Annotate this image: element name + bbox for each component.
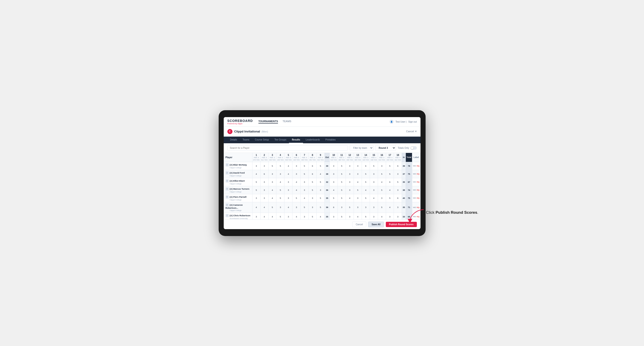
score-h9[interactable]: 4 [316, 213, 324, 219]
score-h8[interactable]: 5 [308, 213, 316, 219]
dq-label[interactable]: DQ [417, 189, 420, 191]
nav-tournaments[interactable]: TOURNAMENTS [258, 120, 278, 124]
score-h15[interactable]: 3 [370, 202, 378, 213]
score-h4[interactable]: 3 [276, 170, 284, 178]
score-h4[interactable]: 5 [276, 162, 284, 170]
score-h9[interactable]: 5 [316, 202, 324, 213]
score-h3[interactable]: 4 [268, 186, 276, 194]
score-h11[interactable]: 5 [338, 186, 346, 194]
score-h2[interactable]: 3 [260, 194, 268, 202]
score-h1[interactable]: 3 [252, 194, 260, 202]
score-h8[interactable]: 3 [308, 202, 316, 213]
score-h7[interactable]: 3 [300, 213, 308, 219]
score-h15[interactable]: 5 [370, 162, 378, 170]
toggle-switch[interactable] [410, 146, 417, 150]
score-h10[interactable]: 3 [330, 170, 338, 178]
score-h17[interactable]: 3 [386, 213, 394, 219]
score-h10[interactable]: 5 [330, 194, 338, 202]
score-h4[interactable]: 5 [276, 213, 284, 219]
score-h12[interactable]: 3 [346, 162, 354, 170]
tab-teams[interactable]: Teams [240, 137, 252, 143]
tab-tee-groups[interactable]: Tee Groups [272, 137, 289, 143]
score-h6[interactable]: 3 [292, 162, 300, 170]
score-h16[interactable]: 5 [378, 170, 386, 178]
wd-label[interactable]: WD [413, 197, 416, 199]
score-h6[interactable]: 3 [292, 170, 300, 178]
score-h1[interactable]: 4 [252, 202, 260, 213]
score-h2[interactable]: 3 [260, 186, 268, 194]
score-h9[interactable]: 5 [316, 162, 324, 170]
score-h3[interactable]: 4 [268, 213, 276, 219]
score-h4[interactable]: 3 [276, 202, 284, 213]
score-h12[interactable]: 3 [346, 170, 354, 178]
score-h3[interactable]: 3 [268, 170, 276, 178]
score-h16[interactable]: 5 [378, 202, 386, 213]
score-h4[interactable]: 5 [276, 194, 284, 202]
score-h6[interactable]: 4 [292, 178, 300, 186]
score-h17[interactable]: 4 [386, 186, 394, 194]
score-h10[interactable]: 3 [330, 162, 338, 170]
score-h9[interactable]: 3 [316, 186, 324, 194]
score-h10[interactable]: 4 [330, 186, 338, 194]
score-h3[interactable]: 4 [268, 194, 276, 202]
save-all-button[interactable]: Save All [368, 222, 384, 227]
score-h12[interactable]: 5 [346, 202, 354, 213]
score-h7[interactable]: 3 [300, 186, 308, 194]
sign-out-link[interactable]: Sign out [408, 121, 417, 123]
score-h11[interactable]: 5 [338, 194, 346, 202]
score-h10[interactable]: 3 [330, 178, 338, 186]
score-h1[interactable]: 3 [252, 213, 260, 219]
publish-round-scores-button[interactable]: Publish Round Scores [386, 222, 417, 227]
round-select[interactable]: Round 3 [375, 145, 396, 151]
score-h15[interactable]: 3 [370, 213, 378, 219]
score-h18[interactable]: 6 [394, 162, 402, 170]
score-h15[interactable]: 4 [370, 194, 378, 202]
score-h8[interactable]: 5 [308, 178, 316, 186]
score-h11[interactable]: 5 [338, 178, 346, 186]
wd-label[interactable]: WD [413, 181, 416, 183]
score-h11[interactable]: 5 [338, 162, 346, 170]
tab-results[interactable]: Results [289, 137, 303, 143]
score-h7[interactable]: 5 [300, 202, 308, 213]
score-h13[interactable]: 4 [354, 213, 362, 219]
tab-printables[interactable]: Printables [322, 137, 338, 143]
score-h9[interactable]: 5 [316, 178, 324, 186]
score-h8[interactable]: 6 [308, 170, 316, 178]
cancel-button[interactable]: Cancel [352, 222, 366, 227]
score-h18[interactable]: 3 [394, 170, 402, 178]
score-h18[interactable]: 5 [394, 178, 402, 186]
score-h3[interactable]: 5 [268, 162, 276, 170]
score-h15[interactable]: 3 [370, 178, 378, 186]
score-h3[interactable]: 3 [268, 178, 276, 186]
score-h17[interactable]: 6 [386, 178, 394, 186]
wd-label[interactable]: WD [413, 189, 416, 191]
score-h8[interactable]: 5 [308, 186, 316, 194]
score-h18[interactable]: 3 [394, 186, 402, 194]
dq-label[interactable]: DQ [417, 197, 420, 199]
dq-label[interactable]: DQ [417, 181, 420, 183]
score-h5[interactable]: 3 [284, 186, 292, 194]
score-h9[interactable]: 5 [316, 194, 324, 202]
score-h6[interactable]: 4 [292, 213, 300, 219]
score-h1[interactable]: 3 [252, 162, 260, 170]
score-h14[interactable]: 4 [362, 186, 370, 194]
score-h13[interactable]: 4 [354, 178, 362, 186]
score-h6[interactable]: 4 [292, 186, 300, 194]
score-h1[interactable]: 5 [252, 186, 260, 194]
score-h6[interactable]: 5 [292, 194, 300, 202]
score-h5[interactable]: 4 [284, 170, 292, 178]
score-h15[interactable]: 3 [370, 170, 378, 178]
score-h6[interactable]: 3 [292, 202, 300, 213]
score-h13[interactable]: 5 [354, 186, 362, 194]
score-h16[interactable]: 4 [378, 213, 386, 219]
score-h2[interactable]: 3 [260, 162, 268, 170]
score-h14[interactable]: 5 [362, 170, 370, 178]
score-h8[interactable]: 3 [308, 194, 316, 202]
score-h14[interactable]: 5 [362, 194, 370, 202]
score-h16[interactable]: 4 [378, 178, 386, 186]
score-h7[interactable]: 4 [300, 194, 308, 202]
score-h13[interactable]: 3 [354, 170, 362, 178]
score-h18[interactable]: 3 [394, 213, 402, 219]
score-h4[interactable]: 4 [276, 178, 284, 186]
score-h12[interactable]: 3 [346, 213, 354, 219]
